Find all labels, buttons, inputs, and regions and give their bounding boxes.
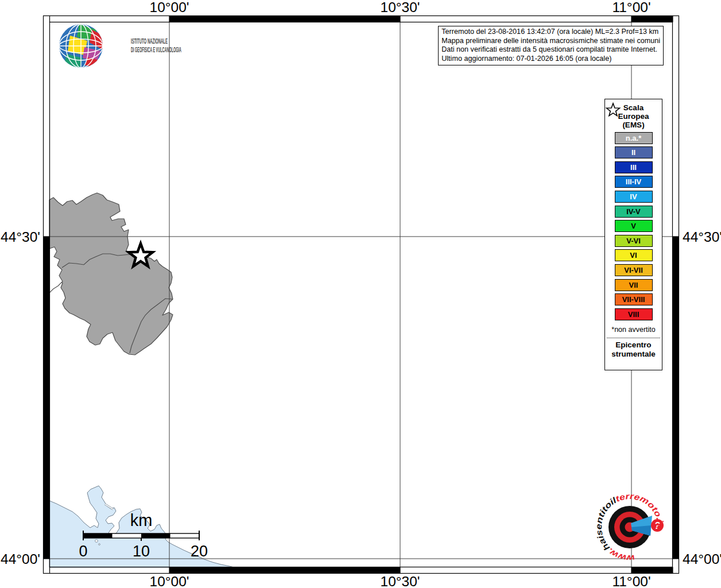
- legend-swatch-vii-viii: VII-VIII: [615, 293, 653, 305]
- legend-swatch-vi-vii: VI-VII: [615, 264, 653, 276]
- lon-label-bottom-1: 10°00': [150, 574, 189, 588]
- epicenter-title-line: strumentale: [605, 350, 662, 359]
- legend-swatch-ii: II: [615, 146, 653, 158]
- legend-swatch-viii: VIII: [615, 308, 653, 320]
- legend-title-line: (EMS): [605, 121, 662, 129]
- earthquake-info-box: Terremoto del 23-08-2016 13:42:07 (ora l…: [438, 26, 664, 65]
- lon-label-top-1: 10°00': [150, 0, 189, 15]
- legend-swatch-v: V: [615, 220, 653, 232]
- legend-footnote: *non avvertito: [605, 326, 662, 334]
- lon-label-top-3: 11°00': [612, 0, 650, 15]
- ingv-name-line2: DI GEOFISICA E VULCANOLOGIA: [131, 46, 181, 54]
- scale-tick-10: 10: [133, 543, 150, 560]
- municipalities-region: [49, 193, 173, 355]
- scale-bar-unit: km: [130, 511, 153, 529]
- macroseismic-map-page: km 0 10 20: [0, 0, 721, 588]
- scale-tick-0: 0: [79, 543, 87, 560]
- lat-label-right-1: 44°30': [683, 229, 721, 245]
- lat-label-right-2: 44°00': [683, 551, 721, 567]
- info-line-updated: Ultimo aggiornamento: 07-01-2026 16:05 (…: [441, 55, 660, 64]
- legend-divider: [607, 338, 660, 338]
- info-line-map-desc: Mappa preliminare delle intensità macros…: [441, 37, 660, 46]
- lat-label-left-1: 44°30': [1, 229, 40, 245]
- ingv-logo: ISTITUTO NAZIONALE DI GEOFISICA E VULCAN…: [59, 24, 181, 68]
- lat-label-left-2: 44°00': [1, 551, 40, 567]
- lon-label-bottom-2: 10°30': [381, 574, 420, 588]
- legend-swatch-vi: VI: [615, 249, 653, 261]
- epicenter-legend-star-icon: [605, 102, 621, 117]
- haisentitoilterremoto-logo: ? www.haisentitoilterremoto.it: [588, 486, 671, 568]
- ingv-name-line1: ISTITUTO NAZIONALE: [131, 37, 168, 45]
- lon-label-bottom-3: 11°00': [612, 574, 650, 588]
- epicenter-legend-title: Epicentro strumentale: [605, 341, 662, 359]
- islet: [99, 544, 100, 546]
- info-line-event: Terremoto del 23-08-2016 13:42:07 (ora l…: [441, 28, 660, 37]
- info-line-data-desc: Dati non verificati estratti da 5 questi…: [441, 45, 660, 55]
- municipalities-outline: [49, 193, 173, 355]
- legend-swatch-na: n.a.*: [615, 132, 653, 144]
- legend-swatch-v-vi: V-VI: [615, 235, 653, 247]
- legend-swatch-iv-v: IV-V: [615, 206, 653, 218]
- legend-swatch-iii: III: [615, 161, 653, 173]
- islet: [95, 540, 98, 543]
- lon-label-top-2: 10°30': [381, 0, 420, 15]
- legend-swatch-iii-iv: III-IV: [615, 176, 653, 188]
- legend-panel: Scala Europea (EMS) n.a.* II III III-IV …: [604, 99, 662, 370]
- epicenter-title-line: Epicentro: [605, 341, 662, 350]
- legend-swatch-vii: VII: [615, 279, 653, 291]
- scale-tick-20: 20: [191, 543, 208, 560]
- legend-swatch-iv: IV: [615, 191, 653, 203]
